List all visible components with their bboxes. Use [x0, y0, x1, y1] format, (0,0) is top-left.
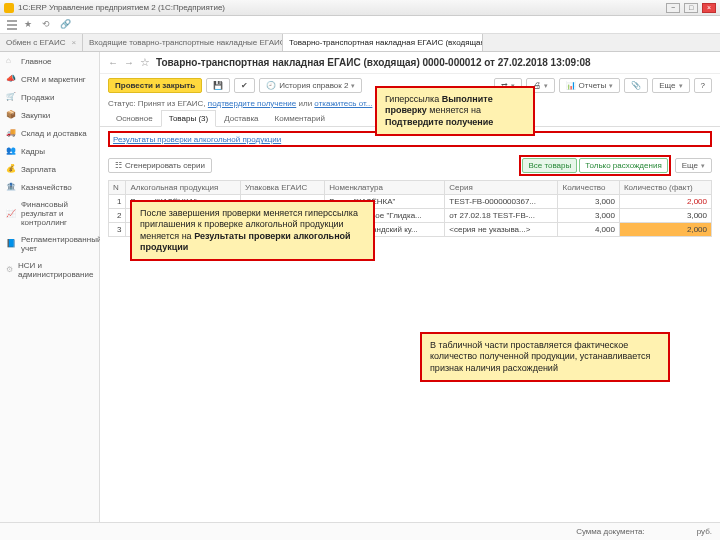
clock-icon: 🕘 — [266, 81, 276, 90]
history-button[interactable]: 🕘История справок 2▾ — [259, 78, 362, 93]
app-title: 1С:ERP Управление предприятием 2 (1С:Пре… — [18, 3, 666, 12]
sidebar-item-hr[interactable]: 👥Кадры — [0, 142, 99, 160]
content-area: ← → ☆ Товарно-транспортная накладная ЕГА… — [100, 52, 720, 522]
cell-qty: 3,000 — [558, 209, 619, 223]
post-button[interactable]: ✔ — [234, 78, 255, 93]
app-icon — [4, 3, 14, 13]
link-icon[interactable]: 🔗 — [60, 19, 72, 31]
col-n[interactable]: N — [109, 181, 126, 195]
bank-icon: 🏦 — [6, 182, 16, 192]
filter-all-button[interactable]: Все товары — [522, 158, 577, 173]
sidebar: ⌂Главное 📣CRM и маркетинг 🛒Продажи 📦Заку… — [0, 52, 100, 522]
refuse-link[interactable]: откажитесь от... — [314, 99, 372, 108]
col-pack[interactable]: Упаковка ЕГАИС — [241, 181, 325, 195]
post-close-button[interactable]: Провести и закрыть — [108, 78, 202, 93]
col-ser[interactable]: Серия — [445, 181, 558, 195]
clip-icon: 📎 — [631, 81, 641, 90]
col-alc[interactable]: Алкогольная продукция — [126, 181, 241, 195]
attach-button[interactable]: 📎 — [624, 78, 648, 93]
sum-label: Сумма документа: — [576, 527, 645, 536]
forward-icon[interactable]: → — [124, 57, 134, 68]
sidebar-item-treasury[interactable]: 🏦Казначейство — [0, 178, 99, 196]
sidebar-item-crm[interactable]: 📣CRM и маркетинг — [0, 70, 99, 88]
cell-n: 1 — [109, 195, 126, 209]
subtab-goods[interactable]: Товары (3) — [161, 110, 217, 127]
tab-exchange[interactable]: Обмен с ЕГАИС× — [0, 34, 83, 51]
cell-n: 2 — [109, 209, 126, 223]
close-button[interactable]: × — [702, 3, 716, 13]
more-button[interactable]: Еще▾ — [652, 78, 689, 93]
back-icon[interactable]: ← — [108, 57, 118, 68]
sidebar-item-warehouse[interactable]: 🚚Склад и доставка — [0, 124, 99, 142]
titlebar: 1С:ERP Управление предприятием 2 (1С:Пре… — [0, 0, 720, 16]
sidebar-item-nsi[interactable]: ⚙НСИ и администрирование — [0, 257, 99, 283]
callout-table-fact: В табличной части проставляется фактичес… — [420, 332, 670, 382]
report-icon: 📊 — [566, 81, 576, 90]
help-button[interactable]: ? — [694, 78, 712, 93]
filter-diff-button[interactable]: Только расхождения — [579, 158, 668, 173]
col-fact[interactable]: Количество (факт) — [619, 181, 711, 195]
cell-fact: 2,000 — [619, 223, 711, 237]
megaphone-icon: 📣 — [6, 74, 16, 84]
box-icon: 📦 — [6, 110, 16, 120]
col-qty[interactable]: Количество — [558, 181, 619, 195]
sidebar-item-sales[interactable]: 🛒Продажи — [0, 88, 99, 106]
cell-qty: 3,000 — [558, 195, 619, 209]
reports-button[interactable]: 📊Отчеты▾ — [559, 78, 621, 93]
money-icon: 💰 — [6, 164, 16, 174]
callout-hyperlink-change: Гиперссылка Выполните проверку меняется … — [375, 86, 535, 136]
cell-n: 3 — [109, 223, 126, 237]
check-icon: ✔ — [241, 81, 248, 90]
cell-ser: от 27.02.18 TEST-FB-... — [445, 209, 558, 223]
confirm-link[interactable]: подтвердите получение — [208, 99, 296, 108]
people-icon: 👥 — [6, 146, 16, 156]
currency: руб. — [697, 527, 712, 536]
footer: Сумма документа: руб. — [0, 522, 720, 540]
gear-icon: ⚙ — [6, 265, 13, 275]
favorite-icon[interactable]: ☆ — [140, 56, 150, 69]
list-icon: ☷ — [115, 161, 122, 170]
star-icon[interactable]: ★ — [24, 19, 36, 31]
sidebar-item-purchases[interactable]: 📦Закупки — [0, 106, 99, 124]
chart-icon: 📈 — [6, 209, 16, 219]
sidebar-item-reg[interactable]: 📘Регламентированный учет — [0, 231, 99, 257]
tab-ttn[interactable]: Товарно-транспортная накладная ЕГАИС (вх… — [283, 34, 483, 51]
sidebar-item-fin[interactable]: 📈Финансовый результат и контроллинг — [0, 196, 99, 231]
tabs-row: Обмен с ЕГАИС× Входящие товарно-транспор… — [0, 34, 720, 52]
cart-icon: 🛒 — [6, 92, 16, 102]
table-more-button[interactable]: Еще▾ — [675, 158, 712, 173]
sidebar-item-salary[interactable]: 💰Зарплата — [0, 160, 99, 178]
cell-ser: <серия не указыва...> — [445, 223, 558, 237]
menu-icon[interactable] — [6, 19, 18, 31]
history-icon[interactable]: ⟲ — [42, 19, 54, 31]
close-icon[interactable]: × — [71, 38, 76, 47]
subtab-comment[interactable]: Комментарий — [267, 110, 333, 126]
truck-icon: 🚚 — [6, 128, 16, 138]
gen-series-button[interactable]: ☷Сгенерировать серии — [108, 158, 212, 173]
doc-title: Товарно-транспортная накладная ЕГАИС (вх… — [156, 57, 712, 68]
save-button[interactable]: 💾 — [206, 78, 230, 93]
cell-fact: 3,000 — [619, 209, 711, 223]
home-icon: ⌂ — [6, 56, 16, 66]
sidebar-item-main[interactable]: ⌂Главное — [0, 52, 99, 70]
minimize-button[interactable]: − — [666, 3, 680, 13]
save-icon: 💾 — [213, 81, 223, 90]
maximize-button[interactable]: □ — [684, 3, 698, 13]
results-link[interactable]: Результаты проверки алкогольной продукци… — [113, 135, 281, 144]
main-toolbar: ★ ⟲ 🔗 — [0, 16, 720, 34]
subtab-main[interactable]: Основное — [108, 110, 161, 126]
col-nom[interactable]: Номенклатура — [325, 181, 445, 195]
tab-incoming[interactable]: Входящие товарно-транспортные накладные … — [83, 34, 283, 51]
subtab-delivery[interactable]: Доставка — [216, 110, 266, 126]
cell-fact: 2,000 — [619, 195, 711, 209]
book-icon: 📘 — [6, 239, 16, 249]
cell-ser: TEST-FB-0000000367... — [445, 195, 558, 209]
cell-qty: 4,000 — [558, 223, 619, 237]
callout-results-link: После завершения проверки меняется гипер… — [130, 200, 375, 261]
